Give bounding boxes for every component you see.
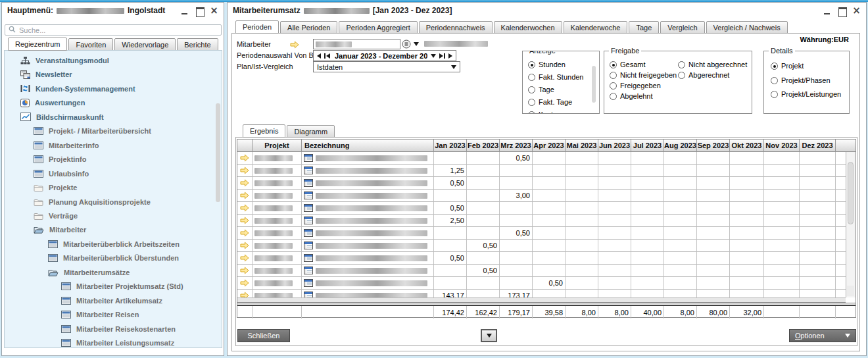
tree-item-mitarbeiter[interactable]: Mitarbeiter	[34, 223, 86, 236]
tab-kalenderwochen[interactable]: Kalenderwochen	[494, 21, 562, 34]
tree-item-newsletter[interactable]: Newsletter	[20, 68, 72, 81]
tree-item-mitarbeiter-reisekostenarten[interactable]: Mitarbeiter Reisekostenarten	[61, 322, 176, 336]
row-bezeichnung-cell[interactable]	[302, 165, 434, 177]
tree-item-verträge[interactable]: Verträge	[34, 209, 78, 222]
radio-stunden[interactable]: Stunden	[528, 61, 566, 68]
result-tab-diagramm[interactable]: Diagramm	[287, 125, 335, 138]
row-bezeichnung-cell[interactable]	[302, 190, 434, 202]
row-arrow-cell[interactable]	[237, 277, 253, 290]
tree-item-mitarbeiter-leistungsumsatz[interactable]: Mitarbeiter Leistungsumsatz	[61, 336, 174, 348]
radio-kosten[interactable]: Kosten	[528, 111, 561, 114]
row-bezeichnung-cell[interactable]	[302, 277, 434, 290]
row-arrow-cell[interactable]	[237, 252, 253, 265]
tree-item-projekt-mitarbeiterübersicht[interactable]: Projekt- / Mitarbeiterübersicht	[34, 124, 151, 138]
maximize-icon[interactable]	[195, 7, 204, 15]
tab-favoriten[interactable]: Favoriten	[68, 38, 113, 51]
row-bezeichnung-cell[interactable]	[302, 265, 434, 277]
schliessen-button[interactable]: Schließen	[237, 329, 290, 342]
tree-item-projektinfo[interactable]: Projektinfo	[34, 153, 86, 166]
row-projekt-cell[interactable]	[253, 215, 302, 227]
tab-perioden-aggregiert[interactable]: Perioden Aggregiert	[339, 21, 417, 34]
row-projekt-cell[interactable]	[253, 240, 302, 252]
tree-item-mitarbeiterüberblick-arbeitszeiten[interactable]: Mitarbeiterüberblick Arbeitszeiten	[48, 238, 180, 251]
row-projekt-cell[interactable]	[253, 165, 302, 177]
anzeige-scrollbar[interactable]	[592, 66, 596, 103]
tree-scrollbar[interactable]	[215, 52, 221, 346]
skip-back-icon[interactable]	[324, 53, 330, 59]
header-mai-2023[interactable]: Mai 2023	[566, 140, 598, 152]
radio-tage[interactable]: Tage	[528, 86, 554, 93]
tab-regiezentrum[interactable]: Regiezentrum	[8, 38, 67, 51]
collapse-panel-button[interactable]	[481, 329, 497, 342]
header-aug-2023[interactable]: Aug 2023	[664, 140, 697, 152]
row-bezeichnung-cell[interactable]	[302, 240, 434, 252]
row-bezeichnung-cell[interactable]	[302, 202, 434, 215]
minimize-icon[interactable]	[181, 7, 189, 15]
tree-item-mitarbeiterüberblick-überstunden[interactable]: Mitarbeiterüberblick Überstunden	[48, 251, 179, 265]
close-icon[interactable]: ×	[852, 7, 861, 15]
radio-projekt[interactable]: Projekt	[771, 62, 804, 70]
tree-item-mitarbeiter-artikelumsatz[interactable]: Mitarbeiter Artikelumsatz	[61, 294, 162, 307]
row-arrow-cell[interactable]	[237, 240, 253, 252]
tree-item-mitarbeiterumsätze[interactable]: Mitarbeiterumsätze	[48, 266, 130, 279]
previous-period-icon[interactable]	[317, 53, 321, 59]
header-okt-2023[interactable]: Okt 2023	[730, 140, 764, 152]
row-bezeichnung-cell[interactable]	[302, 215, 434, 227]
radio-projekt-phasen[interactable]: Projekt/Phasen	[771, 76, 831, 84]
header-dez-2023[interactable]: Dez 2023	[800, 140, 836, 152]
row-arrow-cell[interactable]	[237, 290, 253, 297]
row-arrow-cell[interactable]	[237, 227, 253, 240]
tab-vergleich[interactable]: Vergleich	[660, 21, 704, 34]
tree-scrollbar-thumb[interactable]	[216, 103, 220, 202]
radio-nicht-freigegeben[interactable]: Nicht freigegeben	[610, 71, 677, 79]
table-vertical-scrollbar[interactable]	[846, 152, 856, 297]
header-nov-2023[interactable]: Nov 2023	[764, 140, 800, 152]
tab-vergleich-nachweis[interactable]: Vergleich / Nachweis	[706, 21, 788, 34]
row-projekt-cell[interactable]	[253, 252, 302, 265]
row-projekt-cell[interactable]	[253, 202, 302, 215]
row-bezeichnung-cell[interactable]	[302, 252, 434, 265]
minimize-icon[interactable]	[823, 7, 832, 15]
tree-item-kunden-systemmanagement[interactable]: Kunden-Systemmanagement	[20, 82, 135, 95]
row-arrow-cell[interactable]	[237, 202, 253, 215]
tree-item-veranstaltungsmodul[interactable]: Veranstaltungsmodul	[20, 54, 109, 67]
result-tab-ergebnis[interactable]: Ergebnis	[243, 124, 285, 138]
header-projekt[interactable]: Projekt	[253, 140, 302, 152]
tree-item-mitarbeiter-reisen[interactable]: Mitarbeiter Reisen	[61, 308, 139, 321]
tab-wiedervorlage[interactable]: Wiedervorlage	[114, 38, 176, 51]
header-jan-2023[interactable]: Jan 2023	[434, 140, 467, 152]
row-projekt-cell[interactable]	[253, 177, 302, 190]
period-range-control[interactable]: Januar 2023 - Dezember 2023	[313, 50, 456, 61]
row-projekt-cell[interactable]	[253, 277, 302, 290]
tree-item-auswertungen[interactable]: Auswertungen	[20, 96, 85, 109]
tab-kalenderwoche[interactable]: Kalenderwoche	[564, 21, 628, 34]
dropdown-icon[interactable]	[414, 42, 419, 46]
row-bezeichnung-cell[interactable]	[302, 177, 434, 190]
row-projekt-cell[interactable]	[253, 190, 302, 202]
tab-berichte[interactable]: Berichte	[177, 38, 218, 51]
header-jun-2023[interactable]: Jun 2023	[598, 140, 631, 152]
close-icon[interactable]: ×	[210, 7, 218, 15]
radio-fakt-tage[interactable]: Fakt. Tage	[528, 98, 572, 106]
header-sep-2023[interactable]: Sep 2023	[697, 140, 730, 152]
radio-abgerechnet[interactable]: Abgerechnet	[678, 71, 729, 79]
row-projekt-cell[interactable]	[253, 227, 302, 240]
optionen-button[interactable]: Optionen	[789, 329, 856, 342]
tree-item-mitarbeiter-projektumsatz-std[interactable]: Mitarbeiter Projektumsatz (Std)	[61, 280, 183, 293]
radio-freigegeben[interactable]: Freigegeben	[610, 82, 661, 90]
row-bezeichnung-cell[interactable]	[302, 152, 434, 165]
radio-projekt-leistungen[interactable]: Projekt/Leistungen	[771, 90, 841, 98]
tree-item-urlaubsinfo[interactable]: Urlaubsinfo	[34, 167, 89, 180]
row-arrow-cell[interactable]	[237, 177, 253, 190]
tree-item-mitarbeiterinfo[interactable]: Mitarbeiterinfo	[34, 139, 99, 152]
tree-item-bildschirmauskunft[interactable]: Bildschirmauskunft	[20, 111, 104, 124]
header-feb-2023[interactable]: Feb 2023	[467, 140, 500, 152]
row-projekt-cell[interactable]	[253, 152, 302, 165]
mitarbeiter-input[interactable]	[313, 39, 400, 49]
scrollbar-thumb[interactable]	[848, 162, 854, 224]
row-arrow-cell[interactable]	[237, 152, 253, 165]
radio-fakt-stunden[interactable]: Fakt. Stunden	[528, 73, 584, 81]
table-horizontal-scrollbar[interactable]	[237, 297, 846, 303]
tree-item-projekte[interactable]: Projekte	[34, 181, 77, 194]
row-projekt-cell[interactable]	[253, 265, 302, 277]
